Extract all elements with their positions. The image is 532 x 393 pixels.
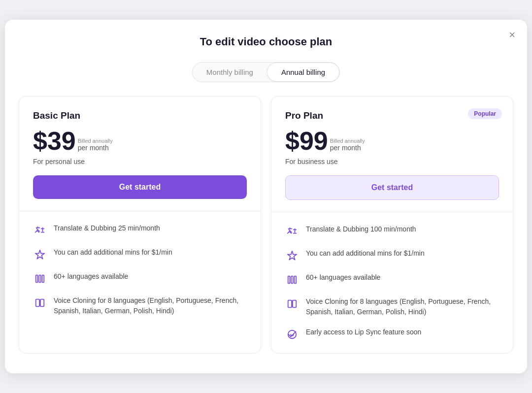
feature-item: You can add additional mins for $1/min xyxy=(33,247,247,262)
basic-price-meta: Billed annually per month xyxy=(78,138,113,154)
annual-billing-tab[interactable]: Annual billing xyxy=(267,63,339,82)
svg-rect-8 xyxy=(288,300,292,308)
close-button[interactable]: × xyxy=(509,30,515,40)
pro-tagline: For business use xyxy=(285,158,499,165)
pro-plan-card: Pro Plan Popular $99 Billed annually per… xyxy=(271,96,513,354)
translate-icon xyxy=(285,225,299,238)
basic-feature-addmins: You can add additional mins for $1/min xyxy=(54,247,172,258)
pro-feature-translate: Translate & Dubbing 100 min/month xyxy=(306,224,416,234)
svg-rect-5 xyxy=(288,276,290,284)
basic-features: Translate & Dubbing 25 min/month You can… xyxy=(19,211,261,328)
pricing-modal: To edit video choose plan × Monthly bill… xyxy=(5,20,527,373)
lipsync-icon xyxy=(285,328,299,341)
pro-price-row: $99 Billed annually per month xyxy=(285,128,499,154)
svg-rect-4 xyxy=(40,299,44,307)
basic-plan-card: Basic Plan $39 Billed annually per month… xyxy=(19,96,261,354)
feature-item: 60+ languages available xyxy=(285,272,499,287)
basic-get-started-button[interactable]: Get started xyxy=(33,175,247,199)
voiceclone-icon xyxy=(33,296,47,310)
feature-item: Early access to Lip Sync feature soon xyxy=(285,327,499,341)
pro-per-month: per month xyxy=(330,144,365,152)
languages-icon xyxy=(33,272,47,286)
basic-feature-translate: Translate & Dubbing 25 min/month xyxy=(54,223,160,233)
sparkle-icon xyxy=(33,248,47,262)
sparkle-icon xyxy=(285,249,299,262)
pro-billed-annually: Billed annually xyxy=(330,138,365,144)
pro-feature-voiceclone: Voice Cloning for 8 languages (English, … xyxy=(306,296,499,317)
basic-price-amount: $39 xyxy=(33,128,76,154)
svg-rect-9 xyxy=(293,300,296,308)
svg-rect-3 xyxy=(36,299,39,307)
basic-plan-name: Basic Plan xyxy=(33,110,247,121)
feature-item: Translate & Dubbing 25 min/month xyxy=(33,223,247,237)
svg-rect-0 xyxy=(36,275,38,283)
voiceclone-icon xyxy=(285,297,299,311)
feature-item: Voice Cloning for 8 languages (English, … xyxy=(33,295,247,316)
pro-price-amount: $99 xyxy=(285,128,328,154)
monthly-billing-tab[interactable]: Monthly billing xyxy=(193,63,267,82)
svg-rect-1 xyxy=(39,275,41,283)
billing-toggle: Monthly billing Annual billing xyxy=(19,62,513,82)
popular-badge: Popular xyxy=(468,108,502,119)
pro-plan-name: Pro Plan xyxy=(285,110,499,121)
svg-point-10 xyxy=(288,330,297,339)
svg-rect-7 xyxy=(295,276,297,284)
pro-price-meta: Billed annually per month xyxy=(330,138,365,154)
basic-feature-voiceclone: Voice Cloning for 8 languages (English, … xyxy=(54,295,247,316)
modal-title: To edit video choose plan xyxy=(19,35,513,48)
svg-rect-6 xyxy=(291,276,293,284)
plans-row: Basic Plan $39 Billed annually per month… xyxy=(19,96,513,354)
pro-plan-top: Pro Plan Popular $99 Billed annually per… xyxy=(271,97,513,212)
languages-icon xyxy=(285,273,299,287)
pro-feature-languages: 60+ languages available xyxy=(306,272,380,283)
pro-feature-lipsync: Early access to Lip Sync feature soon xyxy=(306,327,421,337)
feature-item: You can add additional mins for $1/min xyxy=(285,248,499,262)
translate-icon xyxy=(33,224,47,237)
feature-item: 60+ languages available xyxy=(33,271,247,286)
feature-item: Voice Cloning for 8 languages (English, … xyxy=(285,296,499,317)
basic-per-month: per month xyxy=(78,144,113,152)
basic-plan-top: Basic Plan $39 Billed annually per month… xyxy=(19,97,261,211)
basic-billed-annually: Billed annually xyxy=(78,138,113,144)
basic-price-row: $39 Billed annually per month xyxy=(33,128,247,154)
basic-feature-languages: 60+ languages available xyxy=(54,271,128,282)
pro-get-started-button[interactable]: Get started xyxy=(285,175,499,200)
svg-rect-2 xyxy=(42,275,44,283)
pro-feature-addmins: You can add additional mins for $1/min xyxy=(306,248,425,259)
billing-toggle-inner: Monthly billing Annual billing xyxy=(192,62,340,82)
feature-item: Translate & Dubbing 100 min/month xyxy=(285,224,499,238)
pro-features: Translate & Dubbing 100 min/month You ca… xyxy=(271,212,513,353)
basic-tagline: For personal use xyxy=(33,158,247,165)
